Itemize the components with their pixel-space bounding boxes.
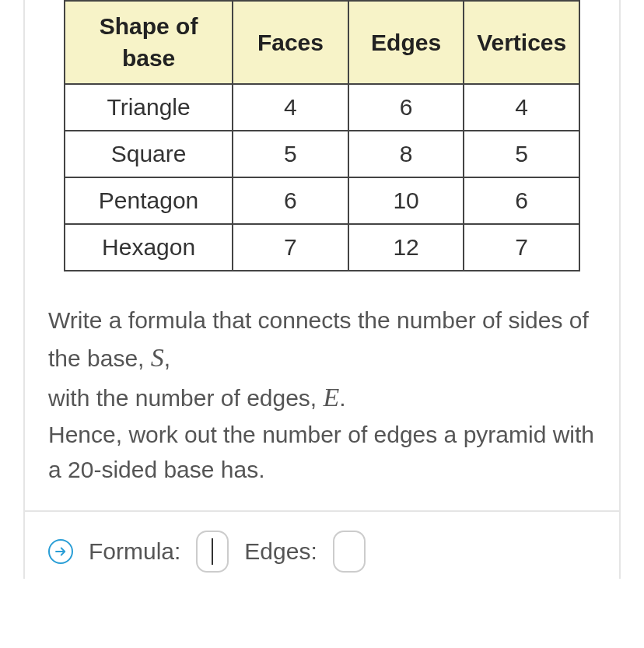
- table-header-row: Shape of base Faces Edges Vertices: [65, 1, 579, 84]
- cell-edges: 12: [348, 224, 464, 271]
- table-row: Square 5 8 5: [65, 131, 579, 177]
- cell-shape: Hexagon: [65, 224, 233, 271]
- edges-label: Edges:: [244, 538, 317, 565]
- header-shape: Shape of base: [65, 1, 233, 84]
- header-edges: Edges: [348, 1, 464, 84]
- question-text: Write a formula that connects the number…: [40, 295, 604, 510]
- question-container: Shape of base Faces Edges Vertices Trian…: [23, 0, 621, 579]
- cell-faces: 4: [233, 84, 348, 131]
- arrow-right-circle-icon[interactable]: [48, 539, 73, 564]
- cell-shape: Triangle: [65, 84, 233, 131]
- variable-s: S: [151, 343, 164, 372]
- answer-row: Formula: Edges:: [40, 512, 604, 579]
- header-faces: Faces: [233, 1, 348, 84]
- edges-input[interactable]: [333, 531, 366, 573]
- cell-faces: 6: [233, 177, 348, 224]
- question-line1b: ,: [164, 345, 170, 371]
- header-vertices: Vertices: [464, 1, 579, 84]
- table-row: Hexagon 7 12 7: [65, 224, 579, 271]
- variable-e: E: [324, 383, 340, 412]
- cell-edges: 10: [348, 177, 464, 224]
- cell-edges: 6: [348, 84, 464, 131]
- cell-edges: 8: [348, 131, 464, 177]
- cell-faces: 7: [233, 224, 348, 271]
- cell-faces: 5: [233, 131, 348, 177]
- cell-vertices: 7: [464, 224, 579, 271]
- formula-label: Formula:: [89, 538, 180, 565]
- table-wrap: Shape of base Faces Edges Vertices Trian…: [40, 0, 604, 295]
- table-row: Pentagon 6 10 6: [65, 177, 579, 224]
- cell-shape: Square: [65, 131, 233, 177]
- question-line2b: .: [339, 385, 345, 411]
- cell-vertices: 4: [464, 84, 579, 131]
- question-line1a: Write a formula that connects the number…: [48, 307, 589, 371]
- question-line2a: with the number of edges,: [48, 385, 324, 411]
- cell-vertices: 6: [464, 177, 579, 224]
- formula-input[interactable]: [196, 531, 229, 573]
- pyramid-table: Shape of base Faces Edges Vertices Trian…: [64, 0, 580, 271]
- table-row: Triangle 4 6 4: [65, 84, 579, 131]
- cell-vertices: 5: [464, 131, 579, 177]
- cell-shape: Pentagon: [65, 177, 233, 224]
- question-line3: Hence, work out the number of edges a py…: [48, 422, 594, 482]
